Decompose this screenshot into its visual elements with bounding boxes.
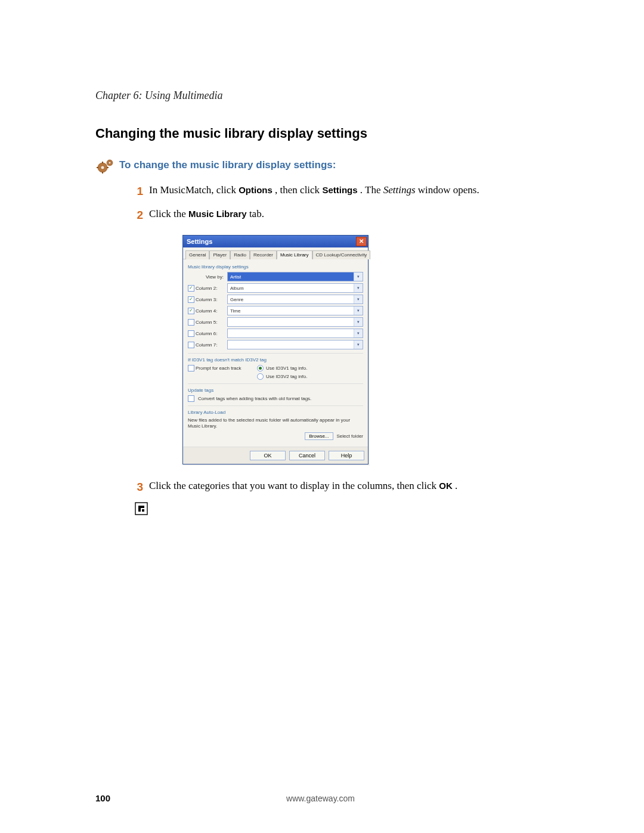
chevron-down-icon[interactable]: ▾ bbox=[354, 284, 363, 292]
radio-icon[interactable] bbox=[257, 373, 264, 380]
step-number: 3 bbox=[129, 479, 143, 496]
tab-radio[interactable]: Radio bbox=[230, 250, 250, 259]
tab-general[interactable]: General bbox=[185, 250, 209, 259]
tab-recorder[interactable]: Recorder bbox=[250, 250, 277, 259]
step-2: 2 Click the Music Library tab. bbox=[129, 207, 549, 224]
convert-tags-row[interactable]: Convert tags when adding tracks with old… bbox=[188, 395, 363, 402]
chapter-label: Chapter 6: Using Multimedia bbox=[95, 89, 549, 102]
svg-point-3 bbox=[109, 162, 111, 164]
checkbox-label: Convert tags when adding tracks with old… bbox=[198, 396, 311, 401]
ui-term: Music Library bbox=[188, 209, 247, 219]
dialog-title: Settings bbox=[187, 238, 212, 245]
view-by-label: View by: bbox=[188, 274, 224, 280]
column6-label: Column 6: bbox=[188, 330, 224, 337]
column2-label: ✓Column 2: bbox=[188, 285, 224, 292]
chevron-down-icon[interactable]: ▾ bbox=[354, 329, 363, 337]
prompt-each-track[interactable]: Prompt for each track bbox=[188, 365, 253, 371]
page-number: 100 bbox=[95, 793, 110, 803]
checkbox-icon[interactable]: ✓ bbox=[188, 296, 194, 303]
id3-section-label: If ID3V1 tag doesn't match ID3V2 tag bbox=[188, 357, 363, 363]
column3-combo[interactable]: Genre▾ bbox=[227, 295, 363, 304]
combo-value: Genre bbox=[230, 297, 243, 302]
column2-combo[interactable]: Album▾ bbox=[227, 283, 363, 293]
ui-term-italic: Settings bbox=[383, 184, 416, 196]
tab-music-library[interactable]: Music Library bbox=[277, 250, 312, 259]
svg-rect-8 bbox=[135, 503, 147, 515]
checkbox-icon[interactable] bbox=[188, 365, 194, 371]
update-tags-label: Update tags bbox=[188, 388, 363, 393]
step-text: window opens. bbox=[418, 184, 479, 196]
checkbox-icon[interactable] bbox=[188, 395, 194, 402]
column5-combo[interactable]: ▾ bbox=[227, 317, 363, 327]
column3-label: ✓Column 3: bbox=[188, 296, 224, 303]
view-by-row: View by: Artist ▾ bbox=[188, 272, 363, 281]
checkbox-icon[interactable]: ✓ bbox=[188, 308, 194, 314]
dialog-buttons: OK Cancel Help bbox=[183, 447, 368, 464]
manual-page: Chapter 6: Using Multimedia Changing the… bbox=[0, 0, 644, 833]
column4-row: ✓Column 4: Time▾ bbox=[188, 306, 363, 315]
radio-label: Use ID3V1 tag info. bbox=[266, 366, 307, 371]
ui-term: Options bbox=[239, 185, 273, 195]
steps-list: 1 In MusicMatch, click Options , then cl… bbox=[129, 183, 549, 518]
checkbox-icon[interactable] bbox=[188, 342, 194, 348]
step-number: 2 bbox=[129, 207, 143, 224]
column7-combo[interactable]: ▾ bbox=[227, 340, 363, 349]
autoload-label: Library Auto-Load bbox=[188, 410, 363, 415]
checkbox-icon[interactable]: ✓ bbox=[188, 285, 194, 292]
section-heading: Changing the music library display setti… bbox=[95, 126, 549, 141]
browse-button[interactable]: Browse... bbox=[305, 432, 333, 440]
select-folder-label: Select folder bbox=[337, 433, 363, 439]
radio-label: Use ID3V2 tag info. bbox=[266, 374, 307, 379]
chevron-down-icon[interactable]: ▾ bbox=[354, 318, 363, 326]
column7-label: Column 7: bbox=[188, 342, 224, 348]
column2-row: ✓Column 2: Album▾ bbox=[188, 283, 363, 293]
checkbox-label: Prompt for each track bbox=[196, 366, 241, 371]
column5-row: Column 5: ▾ bbox=[188, 317, 363, 327]
checkbox-icon[interactable] bbox=[188, 330, 194, 337]
column5-label: Column 5: bbox=[188, 319, 224, 326]
step-1: 1 In MusicMatch, click Options , then cl… bbox=[129, 183, 549, 200]
combo-value: Artist bbox=[230, 274, 241, 280]
dialog-titlebar[interactable]: Settings ✕ bbox=[183, 236, 368, 247]
step-body: In MusicMatch, click Options , then clic… bbox=[149, 183, 549, 200]
chevron-down-icon[interactable]: ▾ bbox=[354, 340, 363, 349]
gears-icon bbox=[95, 158, 116, 177]
step-body: Click the categories that you want to di… bbox=[149, 479, 549, 496]
page-footer: 100 www.gateway.com bbox=[95, 793, 549, 803]
svg-point-1 bbox=[101, 166, 104, 169]
column4-combo[interactable]: Time▾ bbox=[227, 306, 363, 315]
dialog-tabs: General Player Radio Recorder Music Libr… bbox=[183, 247, 368, 259]
cancel-button[interactable]: Cancel bbox=[289, 451, 325, 460]
combo-value: Album bbox=[230, 286, 244, 291]
column7-row: Column 7: ▾ bbox=[188, 340, 363, 349]
tab-cd-lookup[interactable]: CD Lookup/Connectivity bbox=[312, 250, 371, 259]
column3-row: ✓Column 3: Genre▾ bbox=[188, 295, 363, 304]
end-of-procedure-icon bbox=[135, 502, 549, 518]
step-text: . The bbox=[360, 184, 383, 196]
view-by-combo[interactable]: Artist ▾ bbox=[227, 272, 363, 281]
step-text: In MusicMatch, click bbox=[149, 184, 239, 196]
close-icon[interactable]: ✕ bbox=[356, 237, 367, 246]
checkbox-icon[interactable] bbox=[188, 319, 194, 326]
autoload-text: New files added to the selected music fo… bbox=[188, 417, 363, 430]
ok-button[interactable]: OK bbox=[250, 451, 286, 460]
step-text: Click the bbox=[149, 208, 188, 219]
footer-url: www.gateway.com bbox=[286, 794, 355, 803]
column6-combo[interactable]: ▾ bbox=[227, 329, 363, 338]
chevron-down-icon[interactable]: ▾ bbox=[354, 306, 363, 315]
step-3: 3 Click the categories that you want to … bbox=[129, 479, 549, 496]
dialog-body: Music library display settings View by: … bbox=[183, 259, 368, 447]
radio-id3v2[interactable]: Use ID3V2 tag info. bbox=[257, 373, 307, 380]
chevron-down-icon[interactable]: ▾ bbox=[354, 295, 363, 304]
ui-term: Settings bbox=[322, 185, 357, 195]
chevron-down-icon[interactable]: ▾ bbox=[354, 272, 363, 281]
column6-row: Column 6: ▾ bbox=[188, 329, 363, 338]
tab-player[interactable]: Player bbox=[209, 250, 230, 259]
id3-row: Prompt for each track Use ID3V1 tag info… bbox=[188, 365, 363, 380]
settings-dialog: Settings ✕ General Player Radio Recorder… bbox=[182, 235, 369, 465]
radio-icon[interactable] bbox=[257, 365, 264, 371]
radio-id3v1[interactable]: Use ID3V1 tag info. bbox=[257, 365, 307, 371]
step-number: 1 bbox=[129, 183, 143, 200]
help-button[interactable]: Help bbox=[329, 451, 364, 460]
settings-screenshot: Settings ✕ General Player Radio Recorder… bbox=[182, 235, 549, 465]
